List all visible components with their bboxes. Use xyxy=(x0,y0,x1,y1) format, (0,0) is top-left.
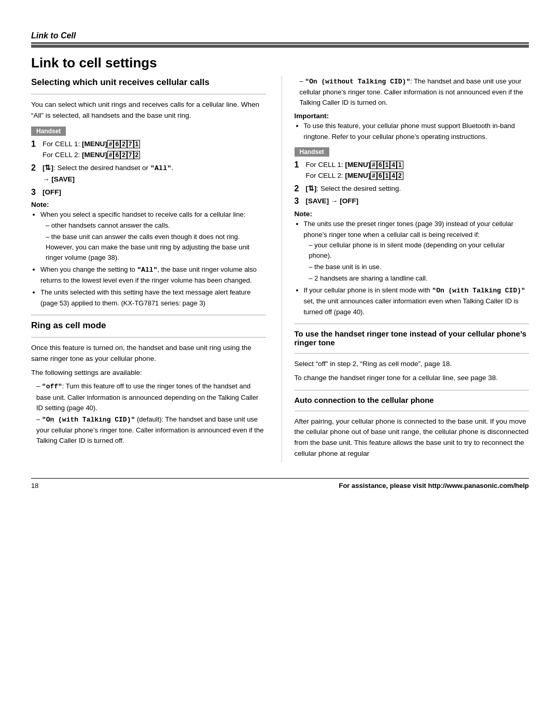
section-divider-1 xyxy=(31,94,266,94)
section-divider-3 xyxy=(31,337,266,338)
sub-note-1b: the base unit can answer the calls even … xyxy=(46,232,266,263)
ring-setting-no-cid-item: "On (without Talking CID)": The handset … xyxy=(300,76,529,108)
right-step-content-3: [SAVE] → [OFF] xyxy=(306,196,529,207)
step-num-1: 1 xyxy=(31,139,40,161)
note-label-1: Note: xyxy=(31,201,266,208)
important-label: Important: xyxy=(295,112,529,120)
steps-list-2: 1 For CELL 1: [MENU]#6141 For CELL 2: [M… xyxy=(295,160,529,207)
ring-cell-settings: "off": Turn this feature off to use the … xyxy=(36,381,266,446)
section-divider-7 xyxy=(295,411,529,411)
section-divider-5 xyxy=(295,353,529,354)
ringer-tone-text1: Select “off” in step 2, “Ring as cell mo… xyxy=(295,359,529,370)
steps-list-1: 1 For CELL 1: [MENU]#6271 For CELL 2: [M… xyxy=(31,139,266,198)
note-label-2: Note: xyxy=(295,210,529,218)
note-item-3: The units selected with this setting hav… xyxy=(40,287,266,308)
ringer-tone-heading: To use the handset ringer tone instead o… xyxy=(295,329,529,347)
right-step-num-1: 1 xyxy=(295,160,304,181)
section-title: Link to Cell xyxy=(31,31,529,40)
auto-connection-text: After pairing, your cellular phone is co… xyxy=(295,416,529,460)
right-step-num-2: 2 xyxy=(295,184,304,194)
right-note-2: If your cellular phone is in silent mode… xyxy=(304,285,529,317)
handset-badge-2: Handset xyxy=(295,147,329,157)
notes-list-1: When you select a specific handset to re… xyxy=(40,209,266,308)
step-content-1: For CELL 1: [MENU]#6271 For CELL 2: [MEN… xyxy=(43,139,266,161)
right-sub-notes-1: your cellular phone is in silent mode (d… xyxy=(309,240,529,284)
right-note-1: The units use the preset ringer tones (p… xyxy=(304,219,529,284)
footer: 18 For assistance, please visit http://w… xyxy=(31,482,529,489)
footer-assistance-text: For assistance, please visit http://www.… xyxy=(339,482,529,489)
step-2: 2 [⇅]: Select the desired handset or "Al… xyxy=(31,163,266,185)
left-column: Selecting which unit receives cellular c… xyxy=(31,76,266,463)
right-step-content-1: For CELL 1: [MENU]#6141 For CELL 2: [MEN… xyxy=(306,160,529,181)
step-num-2: 2 xyxy=(31,163,40,185)
section-divider-2 xyxy=(31,315,266,315)
right-step-2: 2 [⇅]: Select the desired setting. xyxy=(295,184,529,194)
sub-notes-1: other handsets cannot answer the calls. … xyxy=(46,220,266,263)
selecting-intro: You can select which unit rings and rece… xyxy=(31,100,266,121)
ring-cell-heading: Ring as cell mode xyxy=(31,320,266,331)
handset-badge-1: Handset xyxy=(31,127,66,136)
section-divider-6 xyxy=(295,390,529,390)
sub-note-1a: other handsets cannot answer the calls. xyxy=(46,220,266,231)
top-rule xyxy=(31,43,529,44)
right-column: "On (without Talking CID)": The handset … xyxy=(282,76,529,463)
right-step-3: 3 [SAVE] → [OFF] xyxy=(295,196,529,207)
footer-rule xyxy=(31,478,529,479)
step-content-2: [⇅]: Select the desired handset or "All"… xyxy=(43,163,266,185)
ring-setting-no-cid: "On (without Talking CID)": The handset … xyxy=(300,76,529,108)
notes-list-2: The units use the preset ringer tones (p… xyxy=(304,219,529,317)
step-content-3: [OFF] xyxy=(43,187,266,198)
right-sub-note-1a: your cellular phone is in silent mode (d… xyxy=(309,240,529,261)
ring-cell-intro2: The following settings are available: xyxy=(31,368,266,379)
page: Link to Cell Link to cell settings Selec… xyxy=(0,0,560,728)
section-divider-4 xyxy=(295,324,529,324)
ring-setting-on-cid: "On (with Talking CID)" (default): The h… xyxy=(36,414,266,446)
step-3: 3 [OFF] xyxy=(31,187,266,198)
note-item-2: When you change the setting to "All", th… xyxy=(40,264,266,286)
ringer-tone-text2: To change the handset ringer tone for a … xyxy=(295,373,529,384)
right-sub-note-1c: 2 handsets are sharing a landline call. xyxy=(309,273,529,284)
right-sub-note-1b: the base unit is in use. xyxy=(309,262,529,272)
auto-connection-heading: Auto connection to the cellular phone xyxy=(295,396,529,404)
important-notes: To use this feature, your cellular phone… xyxy=(304,121,529,142)
right-step-1: 1 For CELL 1: [MENU]#6141 For CELL 2: [M… xyxy=(295,160,529,181)
step-num-3: 3 xyxy=(31,187,40,198)
two-col-layout: Selecting which unit receives cellular c… xyxy=(31,76,529,463)
step-1: 1 For CELL 1: [MENU]#6271 For CELL 2: [M… xyxy=(31,139,266,161)
ring-cell-intro: Once this feature is turned on, the hand… xyxy=(31,343,266,365)
footer-page-number: 18 xyxy=(31,482,38,489)
page-heading: Link to cell settings xyxy=(31,55,529,71)
note-item-1: When you select a specific handset to re… xyxy=(40,209,266,263)
thick-rule xyxy=(31,45,529,48)
right-step-content-2: [⇅]: Select the desired setting. xyxy=(306,184,529,194)
important-note-1: To use this feature, your cellular phone… xyxy=(304,121,529,142)
selecting-heading: Selecting which unit receives cellular c… xyxy=(31,77,266,88)
ring-setting-off: "off": Turn this feature off to use the … xyxy=(36,381,266,413)
right-step-num-3: 3 xyxy=(295,196,304,207)
